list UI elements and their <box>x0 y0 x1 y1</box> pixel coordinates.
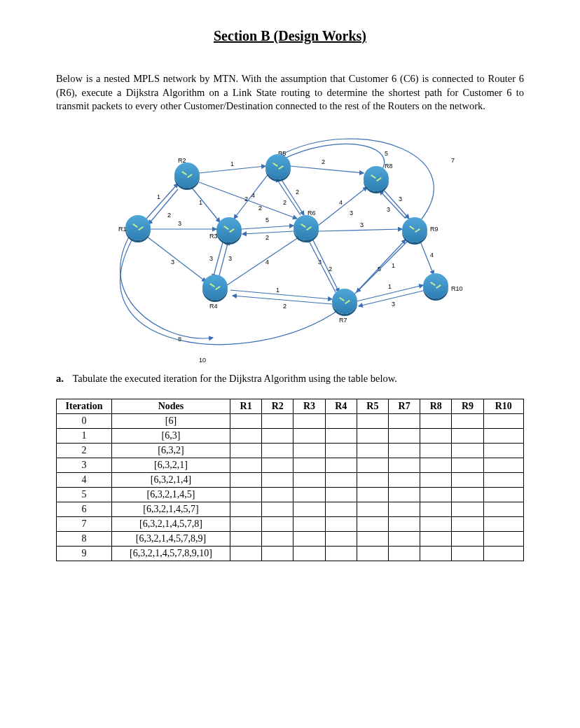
cell-blank <box>230 487 262 502</box>
cell-iteration: 5 <box>57 487 112 502</box>
table-row: 2[6,3,2] <box>57 443 524 458</box>
table-row: 0[6] <box>57 413 524 428</box>
cell-blank <box>262 531 294 546</box>
weight-r5-r9-s: 5 <box>385 150 388 157</box>
edge-r7-r9b <box>357 240 409 292</box>
cell-blank <box>389 546 420 561</box>
edge-r1-r4-loop <box>120 226 213 338</box>
edge-r8-r9b <box>380 191 406 219</box>
cell-blank <box>357 443 388 458</box>
cell-blank <box>262 546 294 561</box>
label-r3: R3 <box>209 233 218 240</box>
dijkstra-table: Iteration Nodes R1 R2 R3 R4 R5 R7 R8 R9 … <box>56 399 524 561</box>
cell-nodes: [6,3,2] <box>112 443 230 458</box>
cell-iteration: 6 <box>57 502 112 516</box>
network-diagram: 8 10 7 5 1 2 2 2 1 2 1 2 3 <box>108 135 472 352</box>
cell-nodes: [6] <box>112 413 230 428</box>
cell-blank <box>262 472 294 487</box>
cell-blank <box>357 516 388 531</box>
cell-blank <box>230 516 262 531</box>
table-row: 3[6,3,2,1] <box>57 458 524 472</box>
w-r3-r4a: 3 <box>209 255 213 262</box>
edge-r6-r8 <box>318 187 367 226</box>
cell-blank <box>357 428 388 443</box>
cell-blank <box>294 502 325 516</box>
cell-blank <box>230 443 262 458</box>
router-r3-icon <box>216 217 242 242</box>
cell-nodes: [6,3,2,1,4,5,7,8,9] <box>112 531 230 546</box>
w-r1-r2a: 1 <box>157 193 160 200</box>
cell-blank <box>325 487 357 502</box>
cell-nodes: [6,3,2,1,4,5] <box>112 487 230 502</box>
edge-r1-r2a <box>146 184 178 219</box>
cell-nodes: [6,3,2,1,4,5,7,8,9,10] <box>112 546 230 561</box>
cell-nodes: [6,3,2,1,4] <box>112 472 230 487</box>
cell-blank <box>230 472 262 487</box>
cell-iteration: 2 <box>57 443 112 458</box>
w-r6-r9a: 3 <box>360 221 364 228</box>
cell-blank <box>483 531 523 546</box>
router-r4-icon <box>202 275 228 300</box>
cell-blank <box>294 472 325 487</box>
table-row: 5[6,3,2,1,4,5] <box>57 487 524 502</box>
weight-r1-r7-loop: 10 <box>199 357 206 364</box>
cell-blank <box>483 472 523 487</box>
cell-blank <box>483 516 523 531</box>
w-r5-r8: 2 <box>322 158 325 165</box>
cell-blank <box>389 428 420 443</box>
cell-blank <box>357 502 388 516</box>
edge-r2-r3 <box>188 184 220 222</box>
cell-blank <box>325 472 357 487</box>
th-r9: R9 <box>452 399 483 413</box>
cell-blank <box>230 546 262 561</box>
router-r9-icon <box>402 217 427 242</box>
question-text: Tabulate the executed iteration for the … <box>72 373 397 384</box>
cell-blank <box>452 487 483 502</box>
cell-blank <box>294 458 325 472</box>
cell-blank <box>357 458 388 472</box>
edge-r5-r8 <box>290 166 364 173</box>
w-r8-r9a: 3 <box>399 195 402 202</box>
edge-r4-r7b <box>233 296 332 304</box>
w-r2-r5: 1 <box>230 160 234 167</box>
cell-blank <box>389 443 420 458</box>
w-r4-r7a: 1 <box>276 287 279 294</box>
w-r4-r6: 4 <box>265 259 269 266</box>
cell-blank <box>325 443 357 458</box>
label-r4: R4 <box>209 303 218 310</box>
w-r6-r8b: 3 <box>350 210 353 217</box>
w-r7-r9b: 1 <box>392 262 395 269</box>
cell-blank <box>325 413 357 428</box>
cell-blank <box>357 472 388 487</box>
th-r3: R3 <box>294 399 325 413</box>
edge-r4-r6 <box>227 236 301 285</box>
w-r2-r3: 1 <box>199 199 202 206</box>
w-r6-r7b: 2 <box>329 266 332 273</box>
w-r5-r3: 4 <box>251 192 255 199</box>
cell-blank <box>483 546 523 561</box>
edge-r5-r6a <box>279 177 304 215</box>
th-nodes: Nodes <box>112 399 230 413</box>
cell-blank <box>262 487 294 502</box>
cell-blank <box>262 516 294 531</box>
edge-r1-r7-loop <box>120 233 339 345</box>
edge-r1-r2b <box>149 189 178 224</box>
edge-r5-r6b <box>276 178 301 215</box>
cell-blank <box>294 531 325 546</box>
cell-iteration: 8 <box>57 531 112 546</box>
router-r10-icon <box>423 273 448 298</box>
table-row: 9[6,3,2,1,4,5,7,8,9,10] <box>57 546 524 561</box>
table-header-row: Iteration Nodes R1 R2 R3 R4 R5 R7 R8 R9 … <box>57 399 524 413</box>
cell-nodes: [6,3,2,1,4,5,7,8] <box>112 516 230 531</box>
label-r8: R8 <box>385 163 393 170</box>
w-r1-r2b: 2 <box>167 212 171 219</box>
cell-blank <box>230 502 262 516</box>
th-iteration: Iteration <box>57 399 112 413</box>
cell-blank <box>420 413 452 428</box>
cell-blank <box>452 413 483 428</box>
router-r7-icon <box>332 289 357 314</box>
cell-blank <box>262 428 294 443</box>
edge-r3-r4a <box>213 240 223 278</box>
cell-iteration: 1 <box>57 428 112 443</box>
cell-blank <box>389 502 420 516</box>
